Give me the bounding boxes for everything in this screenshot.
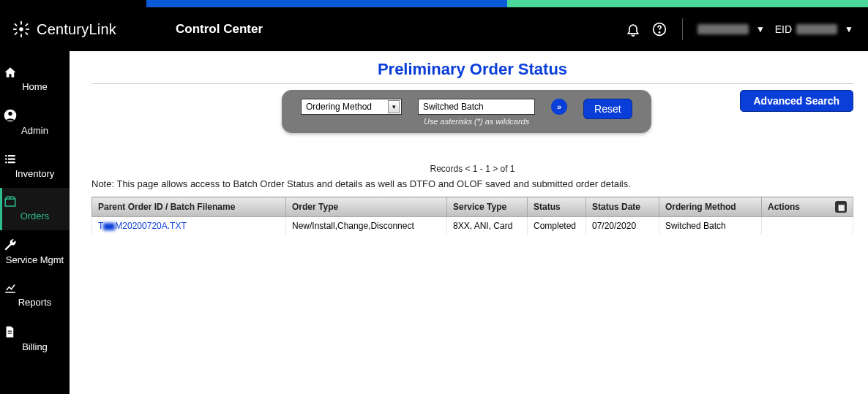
svg-rect-20 [8,330,12,331]
svg-rect-5 [14,23,18,27]
eid-value-redacted [796,24,837,34]
svg-rect-17 [5,162,7,163]
svg-rect-19 [5,199,15,206]
double-chevron-right-icon: » [557,102,561,111]
box-icon [3,195,67,208]
sidebar-item-billing[interactable]: Billing [0,317,70,361]
cell-status-date: 07/20/2020 [586,217,659,235]
svg-rect-15 [5,158,7,159]
filter-select-value: Ordering Method [306,102,372,112]
sidebar-item-service[interactable]: Service Mgmt [0,230,70,274]
svg-rect-7 [14,32,18,36]
top-stripe [0,0,868,7]
sidebar-item-home[interactable]: Home [0,58,70,101]
col-service-type[interactable]: Service Type [447,197,528,217]
svg-point-0 [19,27,23,31]
eid-label: EID [775,23,792,35]
search-pill: Ordering Method ▾ Use asterisks (*) as w… [282,90,651,133]
svg-rect-1 [20,21,22,25]
product-name: Control Center [176,22,263,37]
header-divider [682,18,683,40]
page-title: Preliminary Order Status [91,54,853,83]
app-header: CenturyLink Control Center ▼ EID ▼ [0,7,868,51]
user-name-redacted [697,24,749,34]
filter-select[interactable]: Ordering Method ▾ [301,99,402,115]
orders-table: Parent Order ID / Batch Filename Order T… [91,197,853,235]
batch-filename-link[interactable]: TM20200720A.TXT [98,221,187,231]
brand-mark-icon [13,21,29,37]
sidebar-item-inventory[interactable]: Inventory [0,145,70,188]
table-row: TM20200720A.TXT New/Install,Change,Disco… [92,217,853,235]
eid-menu[interactable]: EID ▼ [775,23,853,35]
col-filename[interactable]: Parent Order ID / Batch Filename [92,197,286,217]
user-circle-icon [3,108,67,123]
chevron-down-icon: ▼ [845,24,853,34]
svg-rect-6 [25,32,29,36]
sidebar-item-reports[interactable]: Reports [0,274,70,317]
col-actions[interactable]: Actions ▦ [762,197,853,217]
svg-rect-18 [8,162,15,163]
account-menu[interactable]: ▼ [697,24,765,34]
col-ordering-method[interactable]: Ordering Method [659,197,762,217]
svg-rect-14 [8,155,15,156]
cell-actions [762,217,853,235]
cell-order-type: New/Install,Change,Disconnect [286,217,447,235]
svg-rect-13 [5,155,7,156]
chevron-down-icon: ▼ [756,24,765,34]
home-icon [3,66,67,79]
sidebar-item-admin[interactable]: Admin [0,101,70,145]
document-icon [3,325,67,339]
cell-ordering-method: Switched Batch [659,217,762,235]
wrench-icon [3,238,67,252]
wildcard-hint: Use asterisks (*) as wildcards [424,117,529,126]
svg-rect-21 [8,333,12,333]
cell-service-type: 8XX, ANI, Card [447,217,528,235]
sidebar-item-orders[interactable]: Orders [0,188,70,230]
help-icon[interactable] [651,21,667,37]
records-count: Records < 1 - 1 > of 1 [91,164,853,174]
title-rule [91,83,853,84]
search-go-button[interactable]: » [551,99,567,115]
advanced-search-button[interactable]: Advanced Search [740,90,854,112]
svg-rect-16 [8,158,15,159]
filter-text-input[interactable] [418,99,535,115]
sidebar: Home Admin Inventory Orders Service Mgmt [0,51,70,394]
col-order-type[interactable]: Order Type [286,197,447,217]
page-note: Note: This page allows access to Batch O… [91,178,853,189]
bell-icon[interactable] [625,21,641,37]
svg-rect-8 [25,23,29,27]
col-status[interactable]: Status [528,197,586,217]
brand-text: CenturyLink [37,21,116,38]
col-status-date[interactable]: Status Date [586,197,659,217]
chart-line-icon [3,281,67,295]
brand-logo: CenturyLink [13,21,146,38]
reset-button[interactable]: Reset [583,99,632,119]
svg-rect-4 [26,29,29,30]
chevron-down-icon: ▾ [388,100,400,113]
svg-point-10 [659,32,659,33]
column-settings-icon[interactable]: ▦ [835,201,847,213]
svg-point-12 [8,112,12,115]
svg-rect-3 [13,29,17,30]
filename-redacted [103,223,115,230]
table-header-row: Parent Order ID / Batch Filename Order T… [92,197,853,217]
main-content: Preliminary Order Status Ordering Method… [70,51,868,394]
svg-rect-2 [20,34,22,37]
list-icon [3,153,67,166]
cell-status: Completed [528,217,586,235]
search-bar: Ordering Method ▾ Use asterisks (*) as w… [91,90,853,133]
